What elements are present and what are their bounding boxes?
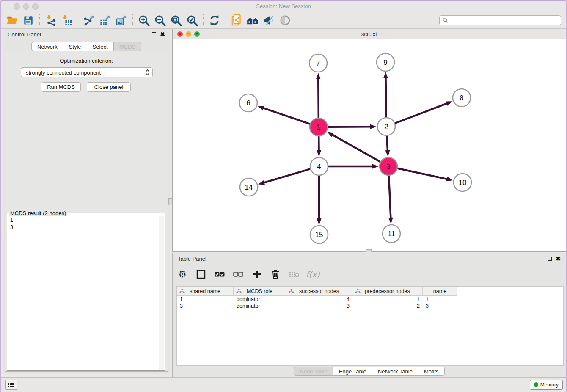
table-body: 1dominator4113dominator323 [177,296,563,309]
search-input[interactable] [449,17,558,24]
table-cell: 1 [177,296,234,302]
network-view-title: scc.txt [173,31,566,37]
graphics-details-icon[interactable] [277,14,293,27]
delete-table-icon[interactable] [288,268,300,281]
network-overview-icon[interactable] [245,14,261,27]
column-header-name[interactable]: name [423,287,457,295]
graph-edge-1-2 [328,124,377,129]
export-image-icon[interactable] [113,14,129,27]
column-type-icon [355,289,361,294]
toolbar-separator [78,14,78,26]
create-column-icon[interactable] [250,268,263,281]
table-row[interactable]: 3dominator323 [177,303,563,309]
toolbar-separator [203,14,204,26]
graph-node-4[interactable]: 4 [310,157,328,175]
run-mcds-button[interactable]: Run MCDS [41,82,81,92]
column-type-icon [236,289,242,294]
control-panel-title: Control Panel [8,31,41,38]
export-network-icon[interactable] [81,14,97,27]
zoom-in-icon[interactable] [136,14,152,27]
close-panel-button[interactable]: Close panel [87,82,131,92]
result-scrollbar[interactable] [159,216,164,370]
zoom-fit-icon[interactable] [168,14,184,27]
save-session-icon[interactable] [20,14,36,27]
task-history-button[interactable] [5,380,17,390]
import-network-icon[interactable] [43,14,59,27]
apply-preferred-layout-icon[interactable] [206,14,223,27]
float-table-panel-icon[interactable] [548,257,552,261]
graph-node-1[interactable]: 1 [310,118,328,136]
tab-select[interactable]: Select [87,42,114,51]
graph-node-7[interactable]: 7 [309,54,327,72]
vertical-splitter-handle[interactable] [168,198,172,205]
status-bar: Memory [1,377,566,392]
svg-text:3: 3 [386,163,390,171]
svg-text:2: 2 [384,123,388,131]
column-header-shared-name[interactable]: shared name [177,287,234,295]
criterion-value: strongly connected component [26,69,101,76]
list-icon [8,381,14,388]
graph-edge-2-8 [395,101,453,123]
column-header-successor-nodes[interactable]: successor nodes [286,287,352,295]
column-header-predecessor-nodes[interactable]: predecessor nodes [352,287,423,295]
close-panel-icon[interactable]: ✖ [160,32,165,36]
graph-node-3[interactable]: 3 [380,157,397,175]
criterion-select[interactable]: strongly connected component [21,67,153,77]
close-table-panel-icon[interactable]: ✖ [556,257,561,261]
column-type-icon [179,289,185,294]
tab-style[interactable]: Style [63,42,87,51]
tab-mcds[interactable]: MCDS [114,42,141,51]
zoom-selected-icon[interactable] [184,14,200,27]
show-columns-icon[interactable] [195,268,207,281]
tab-node-table[interactable]: Node Table [294,367,333,376]
table-row[interactable]: 1dominator411 [177,296,563,303]
graph-node-11[interactable]: 11 [383,225,400,243]
network-view-window: ✕ − + scc.txt 7968124314101511 [172,29,566,252]
toolbar-separator [39,14,40,26]
import-table-icon[interactable] [59,14,75,27]
select-all-columns-icon[interactable] [213,268,226,281]
table-mode-icon[interactable]: ⚙ [176,268,189,281]
table-cell: 1 [423,296,457,302]
graph-node-9[interactable]: 9 [377,53,394,71]
tab-motifs[interactable]: Motifs [418,367,445,376]
svg-text:15: 15 [315,231,323,239]
column-header-MCDS-role[interactable]: MCDS role [234,287,286,295]
network-from-document-icon[interactable] [229,14,245,27]
open-session-icon[interactable] [4,14,20,27]
graph-node-8[interactable]: 8 [453,89,471,107]
mcds-result-title: MCDS result (2 nodes) [9,210,67,216]
memory-button[interactable]: Memory [530,380,563,390]
graph-node-10[interactable]: 10 [454,174,471,191]
graph-edge-2-3 [385,135,390,157]
graph-edge-3-1 [327,132,381,162]
graph-edge-3-11 [388,175,393,224]
graph-edge-1-4 [317,136,321,157]
function-builder-icon[interactable]: f(x) [306,268,319,281]
title-bar: Session: New Session [1,1,566,12]
tab-edge-table[interactable]: Edge Table [333,367,372,376]
export-table-icon[interactable] [97,14,113,27]
tab-network-table[interactable]: Network Table [372,367,418,376]
svg-text:6: 6 [246,99,250,107]
delete-columns-icon[interactable] [269,268,282,281]
graph-edge-4-3 [328,164,379,169]
svg-text:8: 8 [460,94,463,102]
zoom-out-icon[interactable] [152,14,168,27]
table-panel-title: Table Panel [178,256,206,262]
mcds-result-list[interactable]: 1 3 [8,216,164,231]
horizontal-splitter-handle[interactable] [366,249,372,252]
hide-annotations-icon[interactable] [261,14,277,27]
graph-node-14[interactable]: 14 [240,178,258,196]
unselect-all-columns-icon[interactable] [232,268,245,281]
table-cell: 3 [177,303,234,309]
graph-node-15[interactable]: 15 [310,226,328,243]
graph-node-2[interactable]: 2 [377,118,395,135]
svg-text:10: 10 [459,179,467,187]
tab-network[interactable]: Network [31,42,63,51]
mcds-result-group: MCDS result (2 nodes) 1 3 [7,210,165,371]
table-tabs: Node Table Edge Table Network Table Moti… [173,367,566,376]
graph-node-6[interactable]: 6 [239,94,257,112]
float-panel-icon[interactable] [152,32,156,36]
network-canvas[interactable]: 7968124314101511 [173,39,566,251]
